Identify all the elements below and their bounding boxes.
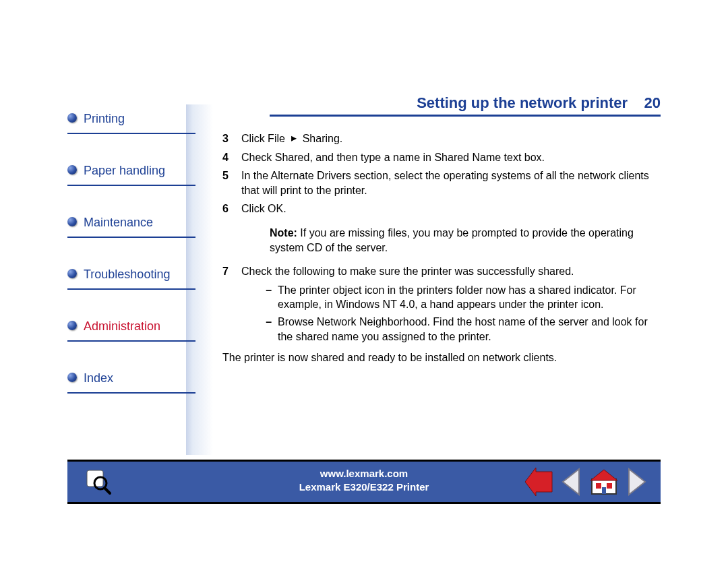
- svg-marker-6: [590, 470, 617, 480]
- sidebar-item-label: Troubleshooting: [84, 268, 170, 281]
- arrow-left-icon: [525, 468, 553, 496]
- next-page-button[interactable]: [621, 467, 651, 497]
- sidebar-item-label: Printing: [84, 112, 125, 125]
- note: Note: If you are missing files, you may …: [270, 226, 661, 255]
- step-7-sublist: The printer object icon in the printers …: [251, 283, 661, 344]
- sidebar-item-administration[interactable]: Administration: [67, 315, 195, 342]
- step-number: 3: [222, 131, 229, 146]
- bullet-icon: [67, 113, 77, 123]
- step-number: 5: [222, 168, 229, 183]
- page-number: 20: [644, 94, 661, 111]
- step-6: 6 Click OK.: [222, 201, 661, 216]
- step-text: In the Alternate Drivers section, select…: [241, 170, 649, 196]
- home-button[interactable]: [589, 467, 619, 497]
- sidebar-item-label: Administration: [84, 319, 160, 333]
- step-text: Check the following to make sure the pri…: [241, 266, 574, 277]
- sidebar: Printing Paper handling Maintenance Trou…: [67, 108, 195, 419]
- svg-rect-7: [596, 483, 601, 489]
- svg-marker-3: [525, 468, 552, 496]
- step-text: Click OK.: [241, 203, 286, 214]
- bullet-icon: [67, 373, 77, 382]
- footer-nav: [524, 467, 651, 497]
- home-icon: [589, 467, 619, 497]
- step-number: 4: [222, 150, 229, 165]
- step-text: Check Shared, and then type a name in Sh…: [241, 152, 545, 163]
- sidebar-item-label: Paper handling: [84, 164, 165, 177]
- step-5: 5 In the Alternate Drivers section, sele…: [222, 168, 661, 197]
- step-7: 7 Check the following to make sure the p…: [222, 264, 661, 279]
- sidebar-item-index[interactable]: Index: [67, 367, 195, 394]
- bullet-icon: [67, 217, 77, 226]
- step-number: 6: [222, 201, 229, 216]
- main-content: 3 Click File ▸ Sharing. 4 Check Shared, …: [222, 131, 661, 376]
- sublist-item: Browse Network Neighborhood. Find the ho…: [278, 315, 661, 344]
- sidebar-item-maintenance[interactable]: Maintenance: [67, 212, 195, 238]
- bullet-icon: [67, 321, 77, 330]
- triangle-right-icon: ▸: [288, 131, 299, 146]
- sidebar-item-label: Maintenance: [84, 216, 153, 229]
- step-3: 3 Click File ▸ Sharing.: [222, 131, 661, 146]
- sidebar-item-printing[interactable]: Printing: [67, 108, 195, 134]
- prev-page-button[interactable]: [557, 467, 586, 497]
- triangle-right-icon: [626, 468, 646, 496]
- svg-marker-4: [563, 469, 579, 495]
- note-text: If you are missing files, you may be pro…: [270, 227, 634, 253]
- closing-text: The printer is now shared and ready to b…: [222, 350, 661, 365]
- footer-bar: www.lexmark.com Lexmark E320/E322 Printe…: [67, 460, 661, 504]
- svg-rect-9: [602, 487, 606, 494]
- back-button[interactable]: [524, 467, 554, 497]
- sidebar-item-troubleshooting[interactable]: Troubleshooting: [67, 263, 195, 290]
- svg-rect-8: [607, 483, 612, 489]
- triangle-left-icon: [562, 468, 582, 496]
- bullet-icon: [67, 165, 77, 175]
- sublist-item: The printer object icon in the printers …: [278, 283, 661, 312]
- sidebar-item-paper-handling[interactable]: Paper handling: [67, 160, 195, 186]
- step-text-post: Sharing.: [303, 133, 343, 144]
- step-number: 7: [222, 264, 229, 279]
- sidebar-item-label: Index: [84, 371, 113, 385]
- bullet-icon: [67, 269, 77, 278]
- step-text-pre: Click File: [241, 133, 285, 144]
- page-header: Setting up the network printer 20: [270, 94, 661, 117]
- step-4: 4 Check Shared, and then type a name in …: [222, 150, 661, 165]
- page-title: Setting up the network printer: [417, 94, 628, 111]
- svg-marker-10: [629, 469, 645, 495]
- note-label: Note:: [270, 227, 297, 239]
